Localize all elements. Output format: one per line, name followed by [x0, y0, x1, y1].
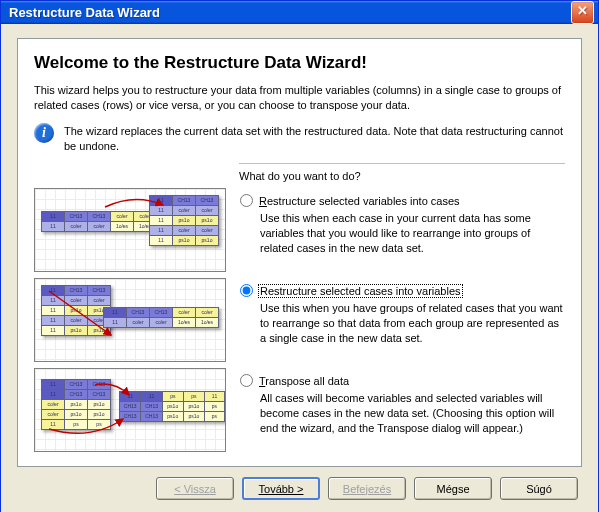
radio-cases-to-vars[interactable]: Restructure selected cases into variable… — [240, 284, 565, 297]
desc-3: All cases will become variables and sele… — [260, 391, 565, 436]
diagram-cases-to-vars: 11CH13CH13 11co/erco/er 11ps1ops1o 11co/… — [34, 278, 226, 362]
option-vars-to-cases: 11CH13CH13co/erco/er 11co/erco/er1o/es1o… — [34, 188, 565, 272]
radio-label-1: Restructure selected variables into case… — [259, 195, 460, 207]
radio-input-2[interactable] — [240, 284, 253, 297]
notice-text: The wizard replaces the current data set… — [64, 123, 565, 154]
close-button[interactable]: ✕ — [571, 1, 594, 24]
intro-text: This wizard helps you to restructure you… — [34, 83, 565, 113]
desc-1: Use this when each case in your current … — [260, 211, 565, 256]
finish-button: Befejezés — [328, 477, 406, 500]
diagram-transpose: 11CH13CH13 11CH13CH13 co/erps1ops1o co/e… — [34, 368, 226, 452]
option-cases-to-vars: 11CH13CH13 11co/erco/er 11ps1ops1o 11co/… — [34, 278, 565, 362]
option-transpose: 11CH13CH13 11CH13CH13 co/erps1ops1o co/e… — [34, 368, 565, 452]
radio-vars-to-cases[interactable]: Restructure selected variables into case… — [240, 194, 565, 207]
dialog-body: Welcome to the Restructure Data Wizard! … — [1, 24, 598, 512]
window-title: Restructure Data Wizard — [9, 5, 160, 20]
diagram-vars-to-cases: 11CH13CH13co/erco/er 11co/erco/er1o/es1o… — [34, 188, 226, 272]
radio-transpose[interactable]: Transpose all data — [240, 374, 565, 387]
radio-label-3: Transpose all data — [259, 375, 349, 387]
options-group: 11CH13CH13co/erco/er 11co/erco/er1o/es1o… — [34, 188, 565, 452]
radio-input-1[interactable] — [240, 194, 253, 207]
separator — [239, 163, 565, 164]
window: Restructure Data Wizard ✕ Welcome to the… — [0, 0, 599, 512]
radio-label-2: Restructure selected cases into variable… — [259, 285, 462, 297]
content-panel: Welcome to the Restructure Data Wizard! … — [17, 38, 582, 467]
next-button[interactable]: Tovább > — [242, 477, 320, 500]
question-label: What do you want to do? — [239, 170, 565, 182]
help-button[interactable]: Súgó — [500, 477, 578, 500]
page-title: Welcome to the Restructure Data Wizard! — [34, 53, 565, 73]
radio-input-3[interactable] — [240, 374, 253, 387]
titlebar: Restructure Data Wizard ✕ — [1, 1, 598, 24]
back-button: < Vissza — [156, 477, 234, 500]
cancel-button[interactable]: Mégse — [414, 477, 492, 500]
info-icon: i — [34, 123, 54, 143]
button-bar: < Vissza Tovább > Befejezés Mégse Súgó — [17, 467, 582, 502]
desc-2: Use this when you have groups of related… — [260, 301, 565, 346]
notice-row: i The wizard replaces the current data s… — [34, 123, 565, 154]
